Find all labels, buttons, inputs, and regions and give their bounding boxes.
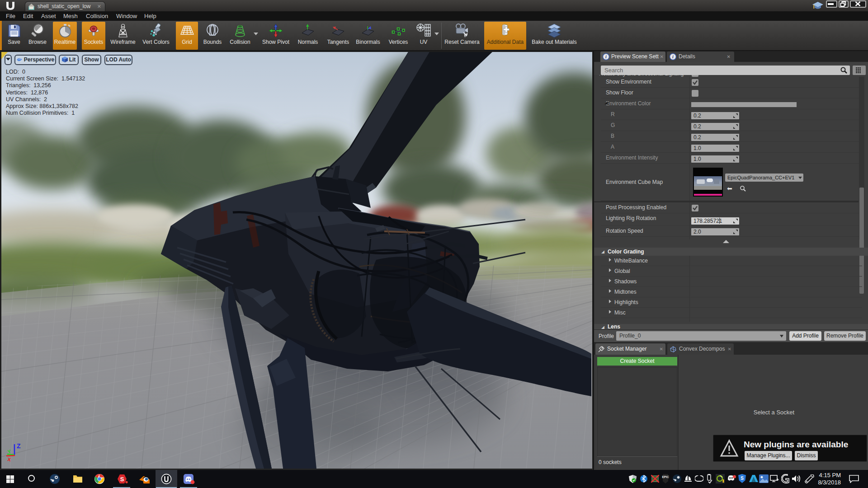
svg-text:EPIC: EPIC: [662, 475, 669, 479]
svg-text:i: i: [605, 54, 607, 59]
svg-text:S: S: [741, 476, 744, 481]
svg-text:Z: Z: [17, 442, 21, 450]
svg-text:i: i: [672, 54, 674, 59]
svg-text:S: S: [120, 476, 124, 483]
